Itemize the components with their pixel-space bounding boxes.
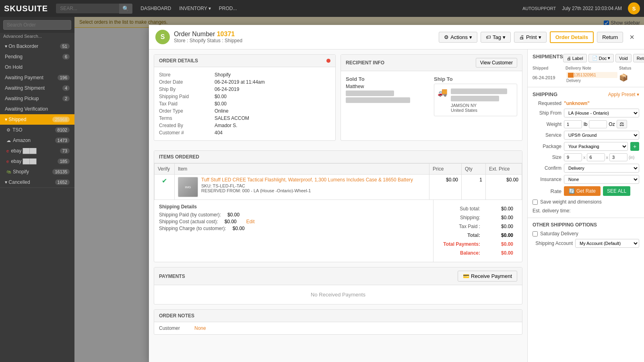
order-type-value: Online — [215, 108, 330, 114]
save-weight-row: Save weight and dimensions — [533, 199, 639, 205]
save-weight-checkbox[interactable] — [533, 200, 538, 205]
sidebar-item-ebay2[interactable]: eebay ████ 185 — [0, 156, 74, 167]
left-panel: ORDER DETAILS Store Shopify Order Date 0… — [149, 49, 527, 362]
sidebar-item-onhold[interactable]: On Hold — [0, 62, 74, 72]
sidebar-item-backorder[interactable]: ▾ On Backorder 51 — [0, 41, 74, 51]
items-ordered-header: ITEMS ORDERED — [154, 151, 522, 163]
sidebar-label-ebay1: eebay ████ — [6, 148, 37, 154]
shipping-paid-value: $0.00 — [215, 94, 330, 99]
ship-to-label: Ship To — [434, 76, 517, 82]
nav-search-button[interactable]: 🔍 — [119, 4, 132, 14]
sidebar-item-awaiting-verification[interactable]: Awaiting Verification — [0, 104, 74, 114]
doc-button[interactable]: 📄 Doc ▾ — [588, 54, 614, 62]
ship-from-label: Ship From — [533, 110, 561, 116]
nav-search-input[interactable] — [56, 4, 120, 13]
weight-scale-button[interactable]: ⚖ — [617, 120, 627, 128]
return-button[interactable]: Return — [597, 32, 623, 43]
tag-button[interactable]: 🏷 Tag ▾ — [481, 32, 511, 43]
payments-header: PAYMENTS 💳 Receive Payment — [154, 267, 522, 285]
sidebar-badge-awaiting-pickup: 2 — [62, 96, 70, 101]
customer-label: Customer # — [159, 130, 211, 136]
sidebar-item-cancelled[interactable]: ▾ Cancelled 1652 — [0, 177, 74, 187]
return-shipment-button[interactable]: Return — [633, 54, 644, 62]
print-button[interactable]: 🖨 Print ▾ — [514, 32, 547, 43]
receive-payment-button[interactable]: 💳 Receive Payment — [458, 271, 517, 282]
void-button[interactable]: Void — [615, 54, 631, 62]
print-icon: 🖨 — [519, 34, 524, 40]
sidebar-badge-shipped: 25968 — [52, 117, 70, 122]
price-cell: $0.00 — [429, 175, 462, 200]
tax-paid-label: Tax Paid — [159, 101, 211, 107]
tracking-link[interactable]: ██1351320961 — [566, 72, 617, 78]
weight-inputs: lb Oz ⚖ — [564, 120, 627, 128]
avatar-button[interactable]: S — [628, 2, 640, 14]
col-item: Item — [175, 164, 429, 175]
see-all-button[interactable]: SEE ALL — [603, 186, 630, 196]
weight-oz-input[interactable] — [589, 120, 607, 128]
right-panel: SHIPMENTS 🖨 Label 📄 Doc ▾ — [527, 49, 644, 362]
confirm-label: Confirm — [533, 165, 561, 171]
order-details-button[interactable]: Order Details — [550, 31, 594, 43]
sidebar-item-ebay1[interactable]: eebay ████ 73 — [0, 146, 74, 156]
subtotal-row: Sub total: $0.00 — [439, 205, 516, 213]
confirm-select[interactable]: Delivery — [564, 164, 639, 173]
sold-to-section: Sold To Matthew — [346, 76, 429, 116]
size-x-input[interactable] — [564, 153, 582, 161]
customer-note-value[interactable]: None — [194, 325, 206, 331]
weight-lb-input[interactable] — [564, 120, 582, 128]
ext-price-cell: $0.00 — [486, 175, 522, 200]
label-button[interactable]: 🖨 Label — [563, 54, 587, 62]
get-rate-button[interactable]: 🔄 Get Rate — [564, 186, 601, 196]
recipient-info-section: RECIPIENT INFO View Customer Sold To Mat… — [341, 54, 522, 141]
nav-prod[interactable]: PROD... — [219, 6, 237, 11]
close-button[interactable]: × — [626, 31, 638, 43]
sidebar-item-awaiting-pickup[interactable]: Awaiting Pickup 2 — [0, 93, 74, 104]
payments-section: PAYMENTS 💳 Receive Payment No Received P… — [154, 267, 522, 304]
sidebar-label-backorder: ▾ On Backorder — [5, 43, 38, 49]
balance-row: Balance: $0.00 — [439, 249, 516, 257]
terms-value: SALES ACCOM — [215, 115, 330, 121]
sidebar-label-shopify: 🛍Shopify — [6, 169, 29, 175]
sidebar-item-shopify[interactable]: 🛍Shopify 16135 — [0, 167, 74, 177]
size-inputs: x x (in) — [564, 153, 634, 161]
advanced-search-link[interactable]: Advanced Search... — [0, 33, 74, 41]
nav-inventory[interactable]: INVENTORY ▾ — [179, 6, 211, 11]
customer-value: 404 — [215, 130, 330, 136]
sidebar-item-pending[interactable]: Pending 6 — [0, 51, 74, 62]
shipping-details-title: Shipping Details — [159, 204, 428, 210]
actions-button[interactable]: ⚙ Actions ▾ — [439, 32, 477, 43]
size-y-input[interactable] — [587, 153, 605, 161]
insurance-select[interactable]: None — [564, 175, 639, 184]
shipment-status: 📦 — [619, 73, 639, 82]
shipping-totals-area: Shipping Details Shipping Paid (by custo… — [154, 200, 522, 262]
size-z-input[interactable] — [609, 153, 627, 161]
apply-preset-button[interactable]: Apply Preset ▾ — [608, 92, 639, 97]
est-delivery-row: Est. delivery time: — [533, 208, 639, 214]
sidebar-label-ebay2: eebay ████ — [6, 158, 37, 164]
view-customer-button[interactable]: View Customer — [476, 58, 517, 68]
shopify-store-icon: S — [155, 30, 170, 44]
product-name[interactable]: Tuff Stuff LED CREE Tactical Flashlight,… — [201, 177, 413, 183]
shipping-account-select[interactable]: My Account (Default) — [575, 239, 639, 248]
service-select[interactable]: UPS® Ground — [564, 131, 639, 140]
edit-shipping-link[interactable]: Edit — [246, 219, 255, 224]
add-package-button[interactable]: + — [630, 142, 639, 151]
sidebar-group-orders: ▾ On Backorder 51 Pending 6 On Hold Awai… — [0, 41, 74, 188]
items-ordered-body: Verify Item Price Qty Ext. Price — [154, 163, 522, 262]
sidebar-item-shipped[interactable]: ▾ Shipped 25968 — [0, 114, 74, 125]
sidebar-item-awaiting-payment[interactable]: Awaiting Payment 196 — [0, 72, 74, 83]
sidebar-item-amazon[interactable]: ☁Amazon 1473 — [0, 135, 74, 146]
order-details-section: ORDER DETAILS Store Shopify Order Date 0… — [154, 54, 336, 141]
doc-icon: 📄 — [592, 56, 598, 61]
insurance-row: Insurance None — [533, 175, 639, 184]
package-select[interactable]: Your Packaging — [564, 142, 628, 151]
sidebar-item-tso[interactable]: ⚙TSO 8102 — [0, 125, 74, 135]
sidebar-item-awaiting-shipment[interactable]: Awaiting Shipment 4 — [0, 83, 74, 93]
nav-dashboard[interactable]: DASHBOARD — [140, 6, 171, 11]
ship-from-select[interactable]: LA (House - Ontario) — [564, 109, 639, 117]
sidebar-search-input[interactable] — [3, 20, 71, 30]
saturday-delivery-checkbox[interactable] — [533, 231, 538, 237]
total-row: Total: $0.00 — [439, 231, 516, 239]
requested-row: Requested "unknown" — [533, 101, 639, 106]
modal-header: S Order Number 10371 Store : Shopify Sta… — [149, 25, 644, 49]
